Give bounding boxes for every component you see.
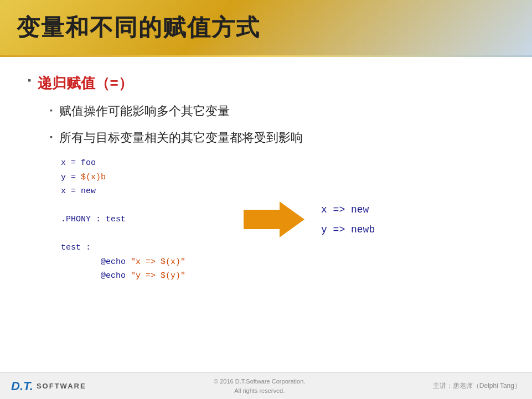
bullet1-marker: ▪ <box>28 75 31 86</box>
bullet2-marker-2: ▪ <box>50 132 53 141</box>
code-line-blank2 <box>61 227 238 241</box>
code-line-echo2: @echo "y => $(y)" <box>61 269 238 283</box>
bullet2-marker-1: ▪ <box>50 106 53 115</box>
code-left-block: x = foo y = $(x)b x = new .PHONY : test … <box>61 156 238 283</box>
slide-header: 变量和不同的赋值方式 <box>0 0 532 55</box>
code-right-block: x => new y => newb <box>321 200 375 240</box>
result-line-1: x => new <box>321 200 375 220</box>
footer-instructor: 主讲：唐老师（Delphi Tang） <box>433 381 521 391</box>
code-example: x = foo y = $(x)b x = new .PHONY : test … <box>61 156 504 283</box>
code-line-2: y = $(x)b <box>61 170 238 185</box>
svg-marker-0 <box>244 201 304 237</box>
bullet2-item-2: ▪ 所有与目标变量相关的其它变量都将受到影响 <box>50 129 504 146</box>
code-line-1: x = foo <box>61 156 238 170</box>
code-line-blank1 <box>61 199 238 213</box>
bullet1-item: ▪ 递归赋值（=） <box>28 74 504 93</box>
copyright-line1: © 2016 D.T.Software Corporation. <box>214 377 305 386</box>
bullet2-item-1: ▪ 赋值操作可能影响多个其它变量 <box>50 103 504 120</box>
slide-title: 变量和不同的赋值方式 <box>17 12 260 43</box>
code-line-test: test : <box>61 241 238 255</box>
code-line-3: x = new <box>61 184 238 199</box>
bullet2-text-2: 所有与目标变量相关的其它变量都将受到影响 <box>59 129 303 146</box>
logo-dt: D.T. <box>11 379 33 393</box>
slide-content: ▪ 递归赋值（=） ▪ 赋值操作可能影响多个其它变量 ▪ 所有与目标变量相关的其… <box>0 57 532 289</box>
result-line-2: y => newb <box>321 220 375 240</box>
bullet1-text: 递归赋值（=） <box>38 74 132 93</box>
footer-copyright: © 2016 D.T.Software Corporation. All rig… <box>214 377 305 395</box>
code-line-phony: .PHONY : test <box>61 213 238 227</box>
arrow-container <box>238 201 310 237</box>
right-arrow-icon <box>244 201 304 237</box>
code-line-echo1: @echo "x => $(x)" <box>61 255 238 270</box>
bullet2-text-1: 赋值操作可能影响多个其它变量 <box>59 103 230 120</box>
slide-footer: D.T. Software © 2016 D.T.Software Corpor… <box>0 372 532 399</box>
logo-software: Software <box>37 382 86 390</box>
copyright-line2: All rights reserved. <box>214 386 305 396</box>
footer-logo: D.T. Software <box>11 379 86 393</box>
